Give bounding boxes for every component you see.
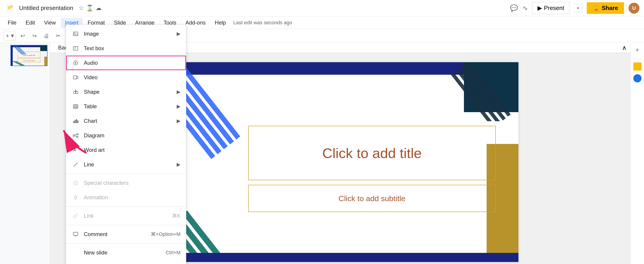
menu-item-animation[interactable]: Animation (66, 190, 186, 205)
stripes-topright (450, 62, 518, 121)
menu-file[interactable]: File (4, 18, 21, 28)
top-right-area: 💬 ∿ ▶ Present ▾ 🔒 Share U (510, 2, 640, 14)
explore-icon[interactable] (633, 62, 642, 70)
svg-point-24 (75, 62, 76, 64)
right-panel: + (630, 43, 644, 264)
cloud-icon[interactable]: ☁ (96, 4, 102, 12)
menu-item-video[interactable]: Video (66, 70, 186, 85)
menu-item-slide-numbers[interactable]: Slide numbers (66, 260, 186, 264)
shape-icon (72, 88, 80, 96)
menu-item-diagram[interactable]: Diagram (66, 128, 186, 143)
menu-edit[interactable]: Edit (22, 18, 39, 28)
menu-item-special-chars[interactable]: Ω Special characters (66, 176, 186, 190)
title-placeholder[interactable]: Click to add title (248, 126, 496, 180)
divider-4 (66, 243, 186, 244)
svg-line-41 (74, 134, 77, 136)
menu-item-shape[interactable]: Shape ▶ (66, 85, 186, 99)
share-button[interactable]: 🔒 Share (587, 2, 624, 14)
divider-3 (66, 225, 186, 225)
table-arrow-icon: ▶ (177, 104, 180, 110)
svg-rect-4 (8, 8, 11, 9)
title-text: Click to add title (322, 145, 422, 161)
wordart-icon: A (72, 146, 80, 154)
menu-item-image[interactable]: Image ▶ (66, 26, 186, 41)
slide-numbers-spacer (72, 263, 80, 264)
main-area: 1 (0, 43, 644, 264)
history-icon[interactable]: ⌛ (86, 4, 93, 12)
paint-button[interactable]: ✂ (53, 31, 63, 41)
svg-rect-38 (73, 134, 74, 136)
svg-rect-3 (8, 7, 12, 8)
slide-thumbnail-1[interactable]: Click to add title Click to add subtitle (10, 45, 48, 66)
subtitle-placeholder[interactable]: Click to add subtitle (248, 185, 496, 212)
user-avatar[interactable]: U (628, 3, 640, 14)
svg-point-26 (73, 92, 76, 94)
add-button[interactable]: + ▾ (4, 31, 16, 41)
slide-canvas[interactable]: Click to add title Click to add subtitle (162, 62, 518, 262)
menu-view[interactable]: View (40, 18, 60, 28)
svg-rect-48 (73, 232, 78, 236)
present-dropdown-button[interactable]: ▾ (574, 4, 582, 12)
svg-text:T: T (74, 47, 76, 50)
last-edit-status: Last edit was seconds ago (233, 20, 292, 26)
svg-rect-33 (73, 121, 74, 123)
chart-arrow-icon: ▶ (177, 118, 180, 124)
divider-2 (66, 206, 186, 207)
table-icon (72, 102, 80, 110)
svg-text:Ω: Ω (75, 182, 77, 185)
app-logo (4, 3, 16, 14)
menu-item-table[interactable]: Table ▶ (66, 99, 186, 114)
link-icon (72, 212, 80, 220)
shape-arrow-icon: ▶ (177, 89, 180, 95)
svg-rect-2 (8, 6, 12, 7)
collapse-slide-toolbar[interactable]: ∧ (622, 44, 627, 52)
svg-text:A: A (73, 148, 76, 152)
textbox-icon: T (72, 44, 80, 52)
title-icons: ☆ ⌛ ☁ (78, 4, 102, 12)
divider-1 (66, 174, 186, 174)
top-bar: Untitled presentation ☆ ⌛ ☁ 💬 ∿ ▶ Presen… (0, 0, 644, 16)
lock-icon: 🔒 (593, 4, 600, 12)
chevron-right-icon: ▶ (177, 31, 180, 37)
menu-item-audio[interactable]: Audio (66, 56, 186, 70)
present-button[interactable]: ▶ Present (532, 2, 570, 14)
menu-item-textbox[interactable]: T Text box (66, 41, 186, 56)
line-icon (72, 160, 80, 169)
svg-rect-12 (44, 57, 47, 66)
subtitle-text: Click to add subtitle (338, 194, 406, 203)
svg-rect-39 (77, 134, 78, 135)
menu-item-wordart[interactable]: A Word art (66, 143, 186, 157)
undo-button[interactable]: ↩ (18, 31, 28, 41)
menu-item-link[interactable]: Link ⌘K (66, 208, 186, 223)
svg-text:Click to add title: Click to add title (22, 54, 36, 56)
diagram-icon (72, 132, 80, 140)
document-title[interactable]: Untitled presentation (19, 4, 73, 12)
svg-rect-25 (73, 76, 76, 79)
present-icon: ▶ (538, 4, 542, 12)
new-slide-spacer (72, 248, 80, 257)
svg-rect-35 (76, 119, 77, 123)
right-panel-add-button[interactable]: + (632, 45, 642, 55)
svg-rect-36 (78, 120, 78, 123)
svg-rect-27 (76, 92, 78, 94)
activity-icon[interactable]: ∿ (522, 4, 528, 12)
star-icon[interactable]: ☆ (78, 4, 84, 12)
print-button[interactable]: 🖨 (41, 31, 51, 41)
special-chars-icon: Ω (72, 179, 80, 187)
menu-item-chart[interactable]: Chart ▶ (66, 114, 186, 128)
assistant-icon[interactable] (633, 74, 642, 82)
comment-icon (72, 230, 80, 238)
menu-item-new-slide[interactable]: New slide Ctrl+M (66, 246, 186, 260)
audio-icon (72, 59, 80, 67)
insert-dropdown-menu: Image ▶ T Text box Audio Video (66, 24, 186, 264)
right-panel-divider (632, 58, 642, 59)
menu-item-line[interactable]: Line ▶ (66, 157, 186, 172)
menu-item-comment[interactable]: Comment ⌘+Option+M (66, 227, 186, 242)
redo-button[interactable]: ↪ (30, 31, 40, 41)
video-icon (72, 73, 80, 82)
svg-rect-28 (73, 105, 78, 108)
slide-panel: 1 (0, 43, 50, 264)
menu-help[interactable]: Help (211, 18, 230, 28)
comments-icon[interactable]: 💬 (510, 4, 518, 12)
border-bottom (162, 253, 518, 262)
